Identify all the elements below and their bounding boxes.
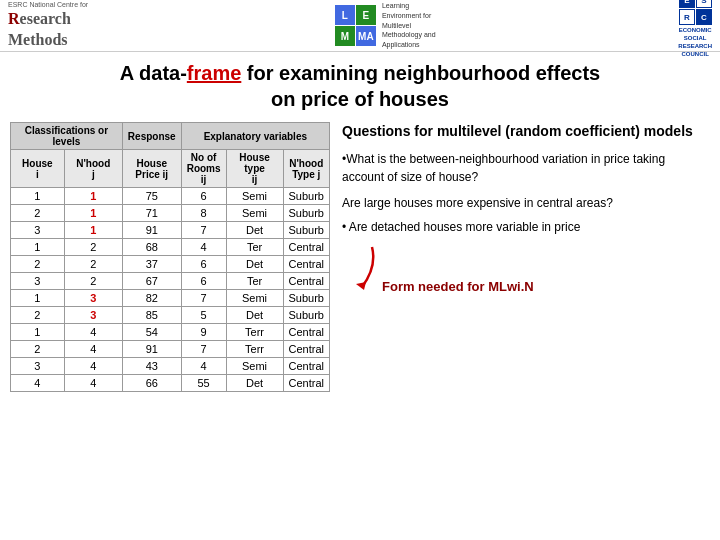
cell: 6: [181, 256, 226, 273]
cell-nhood: 4: [64, 375, 122, 392]
bullet-2-text: • Are detached houses more variable in p…: [342, 218, 710, 236]
cell-nhood: 4: [64, 358, 122, 375]
cell: 2: [11, 256, 65, 273]
col-nhood-type: N'hoodType j: [283, 150, 330, 188]
cell: 7: [181, 341, 226, 358]
cell-nhood: 2: [64, 256, 122, 273]
cell: 1: [11, 239, 65, 256]
lmm-l-cell: L: [335, 5, 355, 25]
cell: 2: [11, 205, 65, 222]
ncm-logo-text: ESRC National Centre for Research Method…: [8, 0, 88, 51]
cell: 68: [122, 239, 181, 256]
col-house-type: House typeij: [226, 150, 283, 188]
cell-nhood: 1: [64, 188, 122, 205]
col-nhood-j: N'hoodj: [64, 150, 122, 188]
main-content: Classifications or levels Response Expla…: [0, 118, 720, 396]
lmm-ma-cell: MA: [356, 26, 376, 46]
esrc-s: S: [696, 0, 712, 8]
esrc-e: E: [679, 0, 695, 8]
red-curved-arrow-icon: [342, 242, 382, 292]
col-house-price: HousePrice ij: [122, 150, 181, 188]
esrc-logo: E S R C ECONOMICSOCIALRESEARCHCOUNCIL: [678, 0, 712, 59]
para-large-houses: Are large houses more expensive in centr…: [342, 194, 710, 212]
cell: 9: [181, 324, 226, 341]
cell: Semi: [226, 358, 283, 375]
cell: 3: [11, 273, 65, 290]
esrc-c: C: [696, 9, 712, 25]
cell: 71: [122, 205, 181, 222]
esrc-label: ECONOMICSOCIALRESEARCHCOUNCIL: [678, 27, 712, 58]
cell-nhood: 1: [64, 222, 122, 239]
cell: Suburb: [283, 188, 330, 205]
cell: Central: [283, 375, 330, 392]
cell: 8: [181, 205, 226, 222]
cell-nhood: 4: [64, 324, 122, 341]
table-row: 1 2 68 4 Ter Central: [11, 239, 330, 256]
right-panel: Questions for multilevel (random coeffic…: [342, 122, 710, 392]
table-row: 3 4 43 4 Semi Central: [11, 358, 330, 375]
table-row: 4 4 66 55 Det Central: [11, 375, 330, 392]
esrc-r: R: [679, 9, 695, 25]
cell: Ter: [226, 239, 283, 256]
cell-nhood: 2: [64, 273, 122, 290]
cell: 1: [11, 324, 65, 341]
cell: Ter: [226, 273, 283, 290]
cell: Terr: [226, 324, 283, 341]
table-row: 2 3 85 5 Det Suburb: [11, 307, 330, 324]
data-table-section: Classifications or levels Response Expla…: [10, 122, 330, 392]
cell: 75: [122, 188, 181, 205]
cell: 91: [122, 341, 181, 358]
lmm-e-cell: E: [356, 5, 376, 25]
table-row: 2 2 37 6 Det Central: [11, 256, 330, 273]
cell: 54: [122, 324, 181, 341]
cell: 2: [11, 307, 65, 324]
page-title: A data-frame for examining neighbourhood…: [0, 52, 720, 118]
data-table: Classifications or levels Response Expla…: [10, 122, 330, 392]
svg-marker-0: [356, 282, 366, 290]
cell: 55: [181, 375, 226, 392]
cell: 7: [181, 222, 226, 239]
table-row: 3 1 91 7 Det Suburb: [11, 222, 330, 239]
cell: 66: [122, 375, 181, 392]
bullet-1: •What is the between-neighbourhood varia…: [342, 150, 710, 186]
lmm-m-cell: M: [335, 26, 355, 46]
cell: Central: [283, 239, 330, 256]
cell: 85: [122, 307, 181, 324]
cell: Semi: [226, 290, 283, 307]
questions-title: Questions for multilevel (random coeffic…: [342, 122, 710, 142]
cell: 4: [181, 239, 226, 256]
cell-nhood: 3: [64, 290, 122, 307]
form-needed-label: Form needed for MLwi.N: [382, 277, 534, 297]
cell: Suburb: [283, 205, 330, 222]
cell: Central: [283, 324, 330, 341]
cell: Det: [226, 222, 283, 239]
cell: Semi: [226, 188, 283, 205]
cell-nhood: 3: [64, 307, 122, 324]
cell-nhood: 1: [64, 205, 122, 222]
cell: Central: [283, 256, 330, 273]
cell: 91: [122, 222, 181, 239]
table-header-row2: Housei N'hoodj HousePrice ij No ofRoomsi…: [11, 150, 330, 188]
cell: 67: [122, 273, 181, 290]
cell: 1: [11, 290, 65, 307]
cell-nhood: 4: [64, 341, 122, 358]
cell: Central: [283, 273, 330, 290]
bullet-2-with-arrow: • Are detached houses more variable in p…: [342, 218, 710, 236]
cell: 43: [122, 358, 181, 375]
table-row: 1 1 75 6 Semi Suburb: [11, 188, 330, 205]
table-row: 1 4 54 9 Terr Central: [11, 324, 330, 341]
cell: Suburb: [283, 290, 330, 307]
col-house-i: Housei: [11, 150, 65, 188]
cell: Semi: [226, 205, 283, 222]
arrow-container: [342, 242, 382, 297]
cell: Det: [226, 307, 283, 324]
table-row: 3 2 67 6 Ter Central: [11, 273, 330, 290]
cell: 3: [11, 358, 65, 375]
cell: 7: [181, 290, 226, 307]
cell: Central: [283, 358, 330, 375]
cell: 6: [181, 188, 226, 205]
col-rooms: No ofRoomsij: [181, 150, 226, 188]
header: ESRC National Centre for Research Method…: [0, 0, 720, 52]
cell: Det: [226, 256, 283, 273]
cell: Suburb: [283, 222, 330, 239]
